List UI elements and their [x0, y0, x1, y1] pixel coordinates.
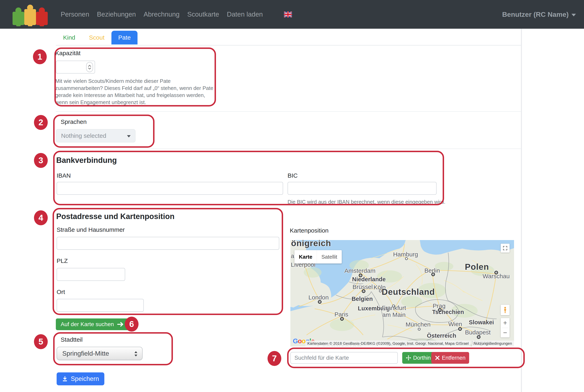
content-right-divider — [521, 29, 522, 392]
map-search-input[interactable] — [290, 352, 398, 364]
pegman-icon — [503, 306, 507, 314]
plz-input[interactable] — [57, 268, 125, 281]
iban-input[interactable] — [57, 182, 283, 195]
annotation-number-3: 3 — [34, 153, 48, 168]
capital-marker-icon — [362, 289, 365, 293]
section-divider — [56, 148, 521, 149]
stadtteil-selected-value: Springfield-Mitte — [62, 350, 109, 357]
tab-kind[interactable]: Kind — [56, 31, 82, 44]
user-menu-label: Benutzer (RC Name) — [502, 10, 569, 18]
map-type-control: Karte Satellit — [295, 250, 342, 264]
map-attribution-row: Kartendaten © 2018 GeoBasis-DE/BKG (©200… — [305, 340, 514, 346]
nav-item-personen[interactable]: Personen — [61, 10, 89, 18]
map-label: Belgien — [352, 296, 373, 302]
tab-pate-active[interactable]: Pate — [111, 31, 138, 44]
map-label: Slowakei — [469, 319, 494, 326]
x-icon — [435, 356, 440, 360]
tab-bar: Kind Scout Pate — [56, 31, 138, 44]
nav-item-beziehungen[interactable]: Beziehungen — [97, 10, 136, 18]
ort-input[interactable] — [57, 299, 144, 312]
auf-der-karte-suchen-button[interactable]: Auf der Karte suchen — [56, 318, 129, 330]
stadtteil-select[interactable]: Springfield-Mitte — [57, 347, 143, 360]
zoom-in-button[interactable]: + — [501, 318, 510, 328]
map-label: Österreich — [427, 332, 456, 339]
user-menu[interactable]: Benutzer (RC Name) — [502, 0, 576, 29]
annotation-number-7: 7 — [267, 351, 281, 366]
navbar: PersonenBeziehungenAbrechnungScoutkarteD… — [0, 0, 584, 29]
map-label: Amsterdam — [344, 267, 375, 274]
chevron-down-icon — [571, 14, 576, 16]
move-icon — [406, 355, 411, 360]
tab-scout[interactable]: Scout — [82, 31, 111, 44]
annotation-number-2: 2 — [34, 115, 48, 130]
sprachen-selected-value: Nothing selected — [61, 132, 106, 139]
sprachen-label: Sprachen — [61, 118, 87, 125]
capital-marker-icon — [494, 271, 498, 274]
nav-item-abrechnung[interactable]: Abrechnung — [144, 10, 180, 18]
entfernen-button[interactable]: Entfernen — [431, 352, 469, 364]
plz-label: PLZ — [57, 258, 68, 264]
map-label: Tschechien — [432, 308, 464, 315]
google-logo-letter: o — [298, 337, 302, 345]
arrow-right-icon — [117, 322, 124, 327]
map-label: Polen — [465, 262, 489, 272]
entfernen-label: Entfernen — [442, 355, 465, 361]
bic-label: BIC — [287, 172, 298, 179]
main-nav: PersonenBeziehungenAbrechnungScoutkarteD… — [61, 0, 263, 29]
capital-marker-icon — [477, 335, 480, 339]
fullscreen-icon — [503, 246, 508, 250]
uk-flag-icon[interactable] — [284, 12, 292, 18]
dorthin-label: Dorthin — [413, 355, 431, 361]
strasse-input[interactable] — [57, 237, 279, 250]
number-stepper-icon[interactable] — [86, 62, 93, 72]
speichern-label: Speichern — [71, 375, 99, 382]
bic-help-text: Die BIC wird aus der IBAN berechnet, wen… — [287, 198, 445, 206]
sprachen-select[interactable]: Nothing selected — [56, 129, 135, 142]
address-section-heading: Postadresse und Kartenposition — [56, 212, 174, 221]
google-logo-letter: o — [302, 337, 306, 345]
terms-link[interactable]: Nutzungsbedingungen — [472, 340, 514, 346]
select-arrows-icon — [134, 351, 138, 356]
map-type-karte-button[interactable]: Karte — [295, 250, 317, 264]
pegman-button[interactable] — [501, 305, 510, 315]
dorthin-button[interactable]: Dorthin — [402, 352, 434, 364]
map-label: Niederlande — [352, 276, 386, 282]
city-marker-icon — [405, 257, 408, 260]
nav-item-daten-laden[interactable]: Daten laden — [227, 10, 263, 18]
map-label: Wien — [448, 321, 462, 328]
google-logo-letter: G — [293, 337, 298, 345]
map-label: Hamburg — [393, 251, 418, 258]
map-label: Budapest — [465, 329, 491, 336]
kapazitaet-field — [56, 60, 95, 74]
annotation-number-5: 5 — [34, 334, 48, 349]
map-type-satellit-button[interactable]: Satellit — [317, 250, 342, 264]
ort-label: Ort — [57, 288, 65, 296]
map-label: München — [406, 321, 431, 328]
map-canvas[interactable]: önigreichManchesterLiverpoolLondonAmster… — [290, 240, 514, 346]
zoom-control: + − — [501, 318, 510, 338]
annotation-number-4: 4 — [34, 210, 48, 225]
fullscreen-button[interactable] — [501, 244, 510, 252]
capital-marker-icon — [359, 274, 362, 277]
stadtteil-label: Stadtteil — [61, 336, 83, 343]
download-icon — [62, 376, 68, 382]
annotation-number-1: 1 — [33, 49, 47, 64]
capital-marker-icon — [318, 300, 322, 304]
map-label: Deutschland — [382, 287, 435, 297]
map-label: London — [308, 294, 329, 301]
capital-marker-icon — [431, 272, 435, 276]
map-label: Paris — [335, 311, 348, 318]
capital-marker-icon — [458, 327, 462, 331]
map-label: önigreich — [291, 240, 331, 248]
puzzle-logo-icon[interactable] — [10, 2, 49, 26]
zoom-out-button[interactable]: − — [501, 328, 510, 338]
karte-suchen-label: Auf der Karte suchen — [61, 321, 114, 328]
bank-section-heading: Bankverbindung — [56, 156, 117, 165]
nav-item-scoutkarte[interactable]: Scoutkarte — [187, 10, 219, 18]
capital-marker-icon — [438, 308, 442, 312]
bic-input[interactable] — [287, 182, 437, 195]
kartenposition-label: Kartenposition — [290, 227, 329, 234]
city-marker-icon — [418, 328, 421, 330]
map-attribution: Kartendaten © 2018 GeoBasis-DE/BKG (©200… — [305, 340, 471, 346]
speichern-button[interactable]: Speichern — [57, 372, 104, 385]
